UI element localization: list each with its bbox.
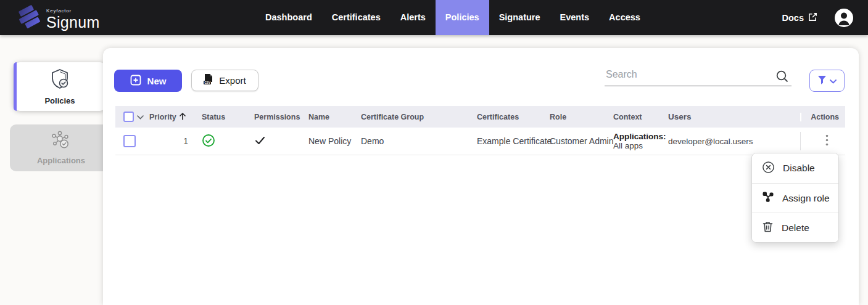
brand-signum: Signum <box>46 14 100 30</box>
column-header-actions: Actions <box>800 113 845 121</box>
docs-label: Docs <box>782 13 804 23</box>
select-menu-chevron-icon[interactable] <box>137 113 144 121</box>
nav-item-dashboard[interactable]: Dashboard <box>255 0 322 35</box>
column-header-certificate-group[interactable]: Certificate Group <box>356 113 472 121</box>
filter-funnel-icon <box>817 76 827 86</box>
nav-item-policies[interactable]: Policies <box>436 0 489 35</box>
nav-item-alerts[interactable]: Alerts <box>391 0 436 35</box>
permissions-check-icon <box>254 135 266 147</box>
assign-role-icon <box>762 191 774 205</box>
search-icon <box>775 70 789 86</box>
top-navbar: Keyfactor Signum Dashboard Certificates … <box>0 0 868 35</box>
cell-role: Customer Admin <box>545 136 608 146</box>
nav-item-signature[interactable]: Signature <box>489 0 550 35</box>
table-row: 1 New Policy Demo Example Certificate Cu… <box>115 128 845 155</box>
circle-x-icon <box>762 161 775 176</box>
select-all-checkbox[interactable] <box>123 112 134 122</box>
sidebar-item-label: Policies <box>44 96 75 105</box>
column-header-certificates[interactable]: Certificates <box>472 113 545 121</box>
column-header-role[interactable]: Role <box>545 113 608 121</box>
signum-logo-icon <box>17 4 41 33</box>
search-input[interactable] <box>605 67 792 86</box>
export-button-label: Export <box>219 75 246 86</box>
column-header-context[interactable]: Context <box>608 113 663 121</box>
row-checkbox[interactable] <box>123 135 136 147</box>
svg-text:CSV: CSV <box>205 81 211 84</box>
cell-priority: 1 <box>147 136 197 146</box>
brand-logo: Keyfactor Signum <box>17 4 100 33</box>
policies-table: Priority Status Permissions Name Certifi… <box>115 106 845 155</box>
column-header-name[interactable]: Name <box>304 113 356 121</box>
column-header-users[interactable]: Users <box>663 112 800 121</box>
filter-button[interactable] <box>809 70 845 92</box>
cell-certificate-group: Demo <box>356 136 472 146</box>
main-nav: Dashboard Certificates Alerts Policies S… <box>255 0 650 35</box>
sort-ascending-icon <box>178 112 187 123</box>
nav-item-events[interactable]: Events <box>550 0 600 35</box>
export-button[interactable]: CSV Export <box>191 70 258 91</box>
shield-check-icon <box>50 68 70 92</box>
network-check-icon <box>51 131 72 152</box>
nav-item-access[interactable]: Access <box>599 0 650 35</box>
policies-panel: New CSV Export <box>103 48 859 305</box>
cell-users: developer@local.users <box>663 137 800 146</box>
sidebar-item-policies[interactable]: Policies <box>14 62 106 111</box>
column-header-priority[interactable]: Priority <box>147 112 197 123</box>
new-policy-button[interactable]: New <box>114 70 182 92</box>
column-header-permissions[interactable]: Permissions <box>249 113 304 121</box>
nav-item-certificates[interactable]: Certificates <box>322 0 391 35</box>
table-header-row: Priority Status Permissions Name Certifi… <box>115 106 845 128</box>
sidebar-item-label: Applications <box>37 156 85 165</box>
chevron-down-icon <box>830 76 837 86</box>
cell-name: New Policy <box>304 136 356 146</box>
docs-link[interactable]: Docs <box>782 12 817 23</box>
plus-square-icon <box>130 75 141 87</box>
external-link-icon <box>808 12 817 23</box>
user-avatar[interactable] <box>835 9 853 27</box>
status-enabled-icon <box>202 134 215 149</box>
search-field <box>605 67 792 86</box>
cell-certificates: Example Certificate <box>472 136 545 146</box>
row-actions-kebab-button[interactable] <box>822 132 832 150</box>
sidebar-item-applications[interactable]: Applications <box>10 124 112 171</box>
menu-item-delete[interactable]: Delete <box>752 213 838 242</box>
column-header-status[interactable]: Status <box>197 113 249 121</box>
menu-item-disable[interactable]: Disable <box>752 153 838 183</box>
new-button-label: New <box>147 76 167 86</box>
row-actions-menu: Disable Assign role Delete <box>751 153 839 243</box>
trash-icon <box>762 221 774 235</box>
cell-context: Applications: All apps <box>613 132 666 150</box>
menu-item-assign-role[interactable]: Assign role <box>752 183 838 213</box>
brand-keyfactor: Keyfactor <box>46 8 100 14</box>
csv-file-icon: CSV <box>204 74 213 87</box>
